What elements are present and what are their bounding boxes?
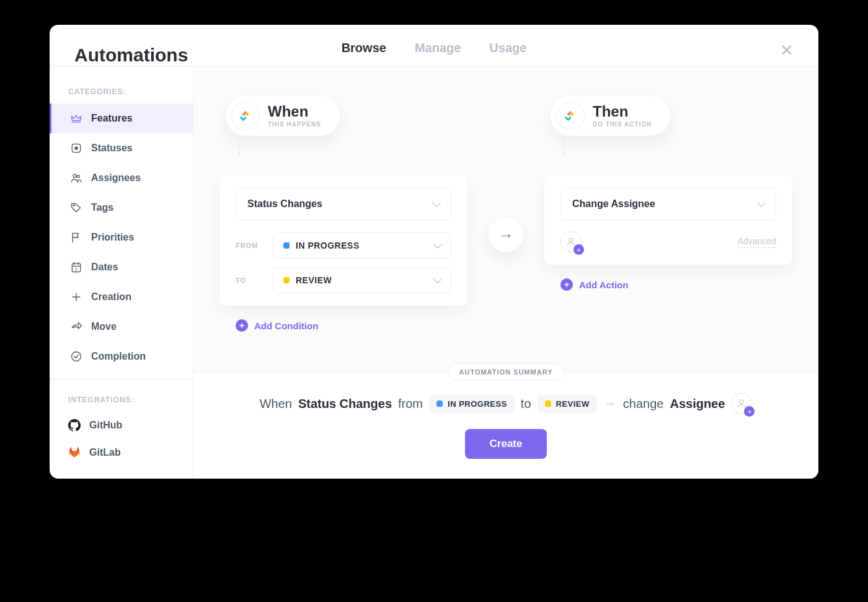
sidebar-item-statuses[interactable]: Statuses — [50, 133, 193, 163]
plus-badge-icon: + — [744, 406, 755, 417]
automations-window: Automations Browse Manage Usage ✕ CATEGO… — [50, 25, 818, 479]
summary-when-word: When — [260, 397, 292, 411]
sidebar: CATEGORIES: Features Statuses Assignees … — [50, 66, 193, 479]
summary-trigger: Status Changes — [298, 397, 392, 411]
chevron-down-icon — [757, 198, 766, 207]
add-condition-label: Add Condition — [254, 321, 318, 331]
header: Automations Browse Manage Usage ✕ — [50, 25, 818, 66]
add-assignee-button[interactable]: + — [560, 231, 582, 252]
summary-from-status: IN PROGRESS — [429, 395, 515, 413]
tabs: Browse Manage Usage — [342, 42, 527, 69]
page-title: Automations — [74, 45, 188, 66]
sidebar-item-github[interactable]: GitHub — [50, 412, 193, 439]
flag-icon — [70, 231, 82, 244]
sidebar-item-label: Assignees — [91, 172, 141, 184]
summary-target: Assignee — [670, 397, 725, 411]
plus-icon — [70, 291, 82, 303]
sidebar-item-features[interactable]: Features — [50, 104, 193, 133]
chevron-down-icon — [433, 240, 442, 249]
close-icon[interactable]: ✕ — [780, 42, 794, 58]
sidebar-item-gitlab[interactable]: GitLab — [50, 439, 193, 466]
to-label: TO — [236, 277, 263, 284]
sidebar-item-label: Dates — [91, 262, 118, 273]
tab-manage[interactable]: Manage — [415, 42, 461, 69]
sidebar-item-priorities[interactable]: Priorities — [50, 223, 193, 252]
summary-change-word: change — [623, 397, 664, 411]
sidebar-item-assignees[interactable]: Assignees — [50, 163, 193, 193]
svg-text:1: 1 — [75, 267, 78, 271]
add-action-label: Add Action — [579, 280, 628, 290]
crown-icon — [70, 112, 82, 125]
when-title: When — [268, 104, 321, 119]
integrations-heading: INTEGRATIONS: — [50, 387, 193, 412]
then-title: Then — [593, 104, 652, 119]
gitlab-icon — [68, 446, 81, 459]
arrow-icon: → — [603, 396, 617, 412]
summary-bar: AUTOMATION SUMMARY When Status Changes f… — [193, 371, 818, 479]
github-icon — [68, 419, 81, 432]
sidebar-item-label: Completion — [91, 351, 146, 362]
chevron-down-icon — [433, 275, 442, 283]
svg-point-9 — [740, 400, 743, 404]
plus-circle-icon: + — [560, 278, 573, 291]
summary-to-word: to — [521, 397, 531, 411]
svg-point-8 — [569, 238, 573, 242]
categories-heading: CATEGORIES: — [50, 79, 193, 104]
people-icon — [70, 172, 82, 184]
sidebar-item-label: Priorities — [91, 232, 134, 243]
then-subtitle: DO THIS ACTION — [593, 121, 652, 128]
summary-chip: AUTOMATION SUMMARY — [447, 363, 564, 381]
sidebar-item-label: GitLab — [89, 447, 121, 458]
sidebar-item-label: Statuses — [91, 143, 133, 154]
sidebar-item-label: Features — [91, 113, 133, 124]
to-status-select[interactable]: REVIEW — [273, 267, 451, 293]
when-card: Status Changes FROM IN PROGRESS TO — [219, 175, 467, 306]
status-color-dot — [283, 242, 290, 249]
sidebar-item-tags[interactable]: Tags — [50, 193, 193, 223]
tag-icon — [70, 201, 82, 214]
sidebar-item-dates[interactable]: 1 Dates — [50, 252, 193, 282]
sidebar-item-creation[interactable]: Creation — [50, 282, 193, 312]
tab-usage[interactable]: Usage — [489, 42, 526, 69]
when-header: When THIS HAPPENS — [226, 96, 340, 136]
main: When THIS HAPPENS Status Changes FROM — [193, 66, 818, 479]
sidebar-item-move[interactable]: Move — [50, 312, 193, 342]
status-color-dot — [283, 277, 290, 283]
advanced-link[interactable]: Advanced — [738, 236, 776, 248]
sidebar-item-label: GitHub — [89, 420, 122, 431]
sidebar-item-completion[interactable]: Completion — [50, 342, 193, 371]
sidebar-item-label: Tags — [91, 202, 113, 213]
plus-circle-icon: + — [236, 319, 248, 332]
calendar-icon: 1 — [70, 261, 82, 273]
create-button[interactable]: Create — [465, 429, 547, 459]
svg-rect-1 — [75, 147, 78, 150]
trigger-select[interactable]: Status Changes — [236, 188, 451, 220]
add-action-button[interactable]: + Add Action — [560, 278, 628, 291]
from-status-select[interactable]: IN PROGRESS — [273, 232, 451, 259]
sidebar-item-label: Move — [91, 321, 117, 332]
sidebar-item-label: Creation — [91, 291, 131, 303]
clickup-icon — [232, 102, 259, 130]
chevron-down-icon — [432, 198, 441, 207]
when-subtitle: THIS HAPPENS — [268, 121, 321, 128]
summary-from-word: from — [398, 397, 423, 411]
svg-point-3 — [77, 175, 79, 177]
from-status: IN PROGRESS — [296, 241, 360, 250]
clickup-icon — [557, 102, 584, 130]
share-arrow-icon — [70, 321, 82, 333]
action-label: Change Assignee — [572, 198, 655, 210]
action-select[interactable]: Change Assignee — [560, 188, 776, 220]
svg-point-7 — [72, 352, 81, 361]
from-label: FROM — [236, 242, 263, 249]
arrow-divider-icon: → — [489, 218, 523, 252]
summary-line: When Status Changes from IN PROGRESS to … — [260, 393, 753, 414]
check-circle-icon — [70, 350, 82, 363]
summary-assignee-icon[interactable]: + — [731, 393, 752, 414]
trigger-label: Status Changes — [247, 198, 322, 210]
tab-browse[interactable]: Browse — [342, 42, 386, 69]
add-condition-button[interactable]: + Add Condition — [236, 319, 318, 332]
status-icon — [70, 142, 82, 154]
svg-point-2 — [73, 174, 76, 177]
when-column: When THIS HAPPENS Status Changes FROM — [219, 96, 467, 332]
to-status: REVIEW — [296, 275, 332, 285]
